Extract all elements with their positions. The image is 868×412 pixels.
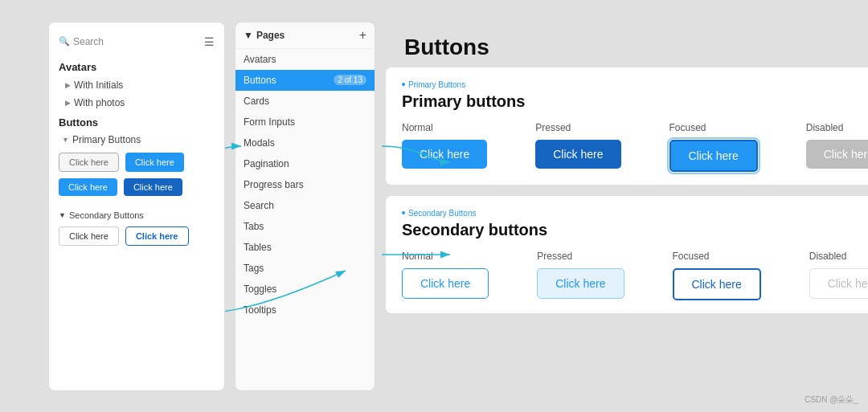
btn-preview-row-1: Click here Click here: [59, 153, 215, 172]
primary-section-title: Primary buttons: [402, 92, 868, 111]
page-item-form-inputs[interactable]: Form Inputs: [235, 112, 375, 133]
btn-preview-secondary-area: Click here Click here: [49, 222, 224, 257]
arrow-icon: ▶: [65, 81, 71, 89]
state-label-sec-pressed: Pressed: [537, 251, 624, 262]
primary-state-normal: Normal Click here: [402, 122, 487, 169]
preview-btn-sec-active[interactable]: Click here: [125, 226, 189, 246]
search-icon: 🔍: [59, 36, 70, 47]
primary-btn-pressed[interactable]: Click here: [535, 140, 620, 169]
page-item-tables[interactable]: Tables: [235, 237, 375, 258]
page-item-tags[interactable]: Tags: [235, 258, 375, 279]
page-item-modals[interactable]: Modals: [235, 133, 375, 153]
secondary-section-title: Secondary buttons: [402, 221, 868, 239]
secondary-section-tag: Secondary Buttons: [402, 209, 868, 218]
preview-btn-sec-normal[interactable]: Click here: [59, 226, 119, 246]
nav-item-with-photos[interactable]: ▶ With photos: [49, 94, 224, 112]
arrow-icon: ▼: [59, 211, 66, 219]
page-badge: 2 of 13: [334, 75, 366, 85]
page-item-search[interactable]: Search: [235, 195, 375, 216]
preview-btn-active[interactable]: Click here: [125, 153, 184, 172]
preview-btn-active2[interactable]: Click here: [59, 178, 117, 196]
arrow-icon: ▶: [65, 99, 71, 107]
screenshot-wrapper: 🔍 Search ☰ Avatars ▶ With Initials ▶ Wit…: [0, 0, 868, 412]
watermark: CSDN @朵朵_: [805, 394, 858, 406]
left-panel-header: 🔍 Search ☰: [49, 31, 224, 53]
secondary-state-disabled: Disabled Click here: [809, 251, 868, 299]
content-header: Buttons: [385, 22, 868, 67]
state-label-disabled: Disabled: [806, 122, 868, 133]
search-label: Search: [73, 36, 104, 47]
state-label-focused: Focused: [669, 122, 758, 133]
middle-panel: ▼ Pages + Avatars Buttons 2 of 13 Cards …: [235, 22, 375, 391]
state-label-pressed: Pressed: [535, 122, 620, 133]
primary-btn-disabled: Click here: [806, 140, 868, 169]
page-title: Buttons: [404, 35, 868, 60]
primary-state-focused: Focused Click here: [669, 122, 758, 172]
btn-preview-row-2: Click here Click here: [59, 178, 215, 196]
page-item-avatars[interactable]: Avatars: [235, 49, 375, 70]
pages-header: ▼ Pages +: [235, 22, 375, 49]
primary-btn-focused[interactable]: Click here: [669, 140, 758, 172]
pages-arrow: ▼: [244, 30, 253, 41]
right-panel: Buttons Primary Buttons Primary buttons …: [385, 22, 868, 391]
primary-section-tag: Primary Buttons: [402, 80, 868, 89]
secondary-state-normal: Normal Click here: [402, 251, 489, 299]
state-label-sec-normal: Normal: [402, 251, 489, 262]
secondary-state-focused: Focused Click here: [673, 251, 761, 300]
preview-btn-normal[interactable]: Click here: [59, 153, 119, 172]
preview-btn-dark[interactable]: Click here: [124, 178, 182, 196]
page-item-buttons[interactable]: Buttons 2 of 13: [235, 70, 375, 91]
pages-add-button[interactable]: +: [359, 29, 366, 42]
state-label-normal: Normal: [402, 122, 487, 133]
primary-state-pressed: Pressed Click here: [535, 122, 620, 169]
secondary-btn-disabled: Click here: [809, 268, 868, 299]
secondary-states-row: Normal Click here Pressed Click here Foc…: [402, 251, 868, 300]
page-item-pagination[interactable]: Pagination: [235, 153, 375, 174]
nav-item-primary-buttons[interactable]: ▼ Primary Buttons: [49, 132, 224, 148]
page-item-progress-bars[interactable]: Progress bars: [235, 174, 375, 195]
primary-btn-normal[interactable]: Click here: [402, 140, 487, 169]
primary-buttons-section: Primary Buttons Primary buttons Normal C…: [385, 67, 868, 186]
state-label-sec-focused: Focused: [673, 251, 761, 262]
main-container: 🔍 Search ☰ Avatars ▶ With Initials ▶ Wit…: [48, 22, 820, 391]
primary-states-row: Normal Click here Pressed Click here Foc…: [402, 122, 868, 172]
page-item-cards[interactable]: Cards: [235, 91, 375, 112]
pages-title: ▼ Pages: [244, 30, 285, 41]
btn-preview-secondary-row: Click here Click here: [59, 226, 215, 246]
secondary-state-pressed: Pressed Click here: [537, 251, 624, 299]
left-panel: 🔍 Search ☰ Avatars ▶ With Initials ▶ Wit…: [48, 22, 225, 391]
nav-secondary-buttons-label[interactable]: ▼ Secondary Buttons: [49, 207, 224, 222]
secondary-btn-normal[interactable]: Click here: [402, 268, 489, 299]
nav-section-avatars: Avatars: [49, 56, 224, 76]
secondary-btn-pressed[interactable]: Click here: [537, 268, 624, 299]
primary-state-disabled: Disabled Click here: [806, 122, 868, 169]
page-item-tooltips[interactable]: Tooltips: [235, 300, 375, 320]
nav-item-with-initials[interactable]: ▶ With Initials: [49, 76, 224, 94]
search-box[interactable]: 🔍 Search: [59, 36, 104, 47]
nav-section-buttons: Buttons: [49, 112, 224, 132]
btn-preview-area: Click here Click here Click here Click h…: [49, 148, 224, 207]
secondary-buttons-section: Secondary Buttons Secondary buttons Norm…: [385, 195, 868, 314]
arrow-icon: ▼: [62, 136, 69, 144]
list-icon[interactable]: ☰: [204, 35, 215, 48]
secondary-btn-focused[interactable]: Click here: [673, 268, 761, 300]
page-item-toggles[interactable]: Toggles: [235, 279, 375, 300]
page-item-tabs[interactable]: Tabs: [235, 216, 375, 237]
state-label-sec-disabled: Disabled: [809, 251, 868, 262]
